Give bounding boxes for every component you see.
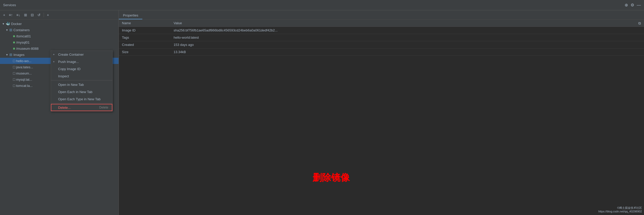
- context-menu-inspect[interactable]: Inspect: [51, 72, 112, 80]
- filter-button[interactable]: ⊟: [30, 12, 35, 18]
- watermark-line2: https://blog.csdn.net/qq_40298902: [598, 210, 642, 213]
- delete-shortcut: Delete: [99, 106, 108, 109]
- separator: [44, 13, 44, 17]
- tomcat01-label: /tomcat01: [16, 34, 31, 38]
- context-menu: + Create Container + Push Image... Copy …: [51, 51, 113, 111]
- table-row: Image ID sha256:bf756fb1ae65adf866bd8c45…: [119, 27, 644, 34]
- context-menu-open-each-type-in-new-tab[interactable]: Open Each Type in New Tab: [51, 95, 112, 103]
- gear-icon[interactable]: ⚙: [631, 3, 634, 7]
- group-button[interactable]: ⊞: [23, 12, 28, 18]
- prop-value-size: 13.34kB: [170, 48, 644, 56]
- context-menu-separator-2: [51, 103, 112, 103]
- push-image-icon: +: [53, 60, 55, 63]
- globe-icon[interactable]: ⊕: [625, 3, 628, 7]
- annotation-text: 删除镜像: [313, 171, 350, 184]
- properties-table: Name Value ⧉ Image ID sha256:bf756fb1ae6…: [119, 20, 644, 56]
- create-container-icon: +: [53, 53, 55, 56]
- table-row: Size 13.34kB: [119, 48, 644, 56]
- mysql-label: mysql:lat...: [16, 78, 32, 81]
- tree-docker-root[interactable]: ▼ 🐳 Docker: [0, 21, 119, 27]
- tree-arrow-docker: ▼: [2, 22, 6, 25]
- expand-all-button[interactable]: ≡↓: [15, 12, 21, 18]
- add-service-button[interactable]: +: [2, 12, 6, 18]
- context-menu-open-each-in-new-tab[interactable]: Open Each in New Tab: [51, 88, 112, 95]
- prop-value-tags: hello-world:latest: [170, 34, 644, 41]
- container-running-icon: ■: [13, 40, 15, 44]
- image-icon: □: [13, 71, 15, 75]
- col-value-header: Value ⧉: [170, 20, 644, 27]
- tree-containers[interactable]: ▼ ⊞ Containers: [0, 27, 119, 33]
- context-menu-copy-image-id[interactable]: Copy Image ID: [51, 65, 112, 72]
- col-name-header: Name: [119, 20, 170, 27]
- sidebar: + ≡↑ ≡↓ ⊞ ⊟ ↺ + ▼ 🐳 Docker ▼ ⊞ Containe: [0, 10, 119, 215]
- table-row: Tags hello-world:latest: [119, 34, 644, 41]
- title-bar: Services ⊕ ⚙ —: [0, 0, 644, 10]
- prop-name-size: Size: [119, 48, 170, 56]
- docker-label: Docker: [11, 22, 22, 26]
- sidebar-toolbar: + ≡↑ ≡↓ ⊞ ⊟ ↺ +: [0, 10, 119, 20]
- new-button[interactable]: +: [46, 12, 50, 18]
- java-label: java:lates...: [16, 65, 33, 69]
- image-icon: □: [13, 59, 15, 63]
- docker-icon: 🐳: [6, 22, 10, 26]
- context-menu-delete[interactable]: Delete... Delete: [51, 104, 112, 111]
- table-body: Image ID sha256:bf756fb1ae65adf866bd8c45…: [119, 27, 644, 56]
- museum-label: museum...: [16, 71, 32, 75]
- prop-value-created: 153 days ago: [170, 41, 644, 48]
- mysql01-label: /mysql01: [16, 40, 29, 44]
- images-folder-icon: ⊞: [9, 53, 12, 57]
- prop-name-created: Created: [119, 41, 170, 48]
- context-menu-create-container[interactable]: + Create Container: [51, 51, 112, 58]
- app-title: Services: [3, 3, 16, 7]
- image-icon: □: [13, 77, 15, 81]
- prop-value-imageid: sha256:bf756fb1ae65adf866bd8c456593cd24b…: [170, 27, 644, 34]
- container-running-icon: ■: [13, 34, 15, 38]
- minimize-icon[interactable]: —: [637, 3, 641, 7]
- containers-label: Containers: [13, 28, 30, 32]
- right-panel: Properties Name Value ⧉ Image ID: [119, 10, 644, 215]
- copy-icon[interactable]: ⧉: [638, 21, 641, 26]
- table-header-row: Name Value ⧉: [119, 20, 644, 27]
- panel-content: Name Value ⧉ Image ID sha256:bf756fb1ae6…: [119, 20, 644, 215]
- containers-folder-icon: ⊞: [9, 28, 12, 32]
- images-label: Images: [13, 53, 25, 57]
- hello-world-label: hello-wo...: [16, 59, 31, 63]
- context-menu-open-in-new-tab[interactable]: Open in New Tab: [51, 81, 112, 88]
- collapse-all-button[interactable]: ≡↑: [8, 12, 14, 18]
- refresh-button[interactable]: ↺: [36, 12, 42, 18]
- tree-arrow-containers: ▼: [6, 29, 9, 31]
- tomcat-img-label: tomcat:la...: [16, 84, 33, 88]
- image-icon: □: [13, 84, 15, 88]
- tree-item-mysql01[interactable]: ■ /mysql01: [0, 39, 119, 45]
- tree-arrow-images: ▼: [6, 53, 9, 56]
- sidebar-tree[interactable]: ▼ 🐳 Docker ▼ ⊞ Containers ■ /tomcat01: [0, 20, 119, 215]
- title-bar-actions: ⊕ ⚙ —: [625, 3, 641, 7]
- image-icon: □: [13, 65, 15, 69]
- tab-properties[interactable]: Properties: [119, 12, 142, 19]
- table-row: Created 153 days ago: [119, 41, 644, 48]
- prop-name-imageid: Image ID: [119, 27, 170, 34]
- watermark: ©稀土掘金技术社区 https://blog.csdn.net/qq_40298…: [598, 206, 642, 213]
- context-menu-push-image[interactable]: + Push Image...: [51, 58, 112, 65]
- museum8088-label: /museum-8088: [16, 47, 38, 51]
- panel-tabs: Properties: [119, 10, 644, 20]
- tree-item-tomcat01[interactable]: ■ /tomcat01: [0, 33, 119, 39]
- watermark-line1: ©稀土掘金技术社区: [598, 206, 642, 210]
- context-menu-separator: [51, 80, 112, 80]
- main-layout: + ≡↑ ≡↓ ⊞ ⊟ ↺ + ▼ 🐳 Docker ▼ ⊞ Containe: [0, 10, 644, 215]
- prop-name-tags: Tags: [119, 34, 170, 41]
- container-running-icon: ■: [13, 46, 15, 51]
